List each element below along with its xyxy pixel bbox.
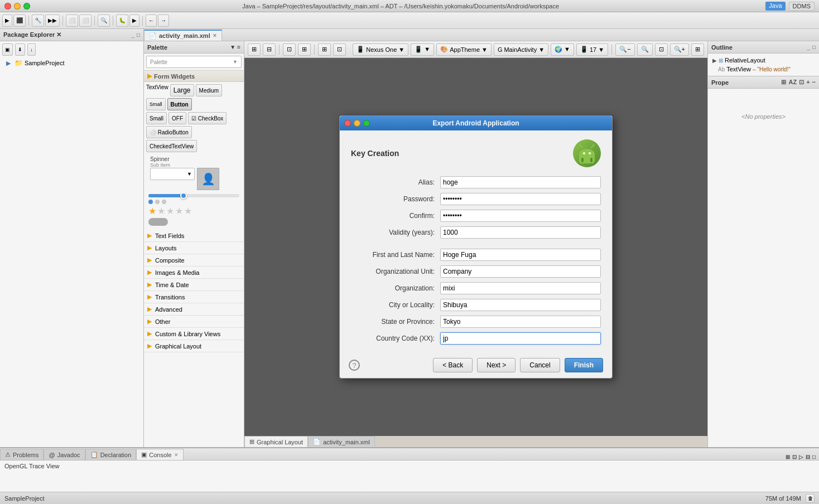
graphical-layout-tab[interactable]: ⊞ Graphical Layout [244, 436, 308, 447]
bottom-action2[interactable]: ⊡ [792, 454, 797, 460]
gc-button[interactable]: 🗑 [806, 494, 815, 503]
editor-tab-main[interactable]: 📄 activity_main.xml ✕ [144, 30, 222, 41]
bottom-tab-javadoc[interactable]: @ Javadoc [44, 449, 85, 460]
editor-btn-4[interactable]: ⊞ [298, 43, 311, 56]
properties-icon1[interactable]: ⊞ [781, 79, 786, 86]
palette-category-custom-library[interactable]: ▶ Custom & Library Views [144, 328, 244, 340]
locale-selector[interactable]: 🌍 ▼ [551, 43, 574, 56]
properties-icon5[interactable]: − [812, 79, 816, 86]
toolbar-btn-run[interactable]: ▶ [129, 14, 139, 27]
ddms-perspective[interactable]: DDMS [789, 2, 815, 11]
cancel-button[interactable]: Cancel [520, 358, 560, 372]
toolbar-btn-1[interactable]: ▶ [2, 14, 12, 27]
dialog-min-btn[interactable] [354, 120, 360, 127]
minimize-button[interactable] [14, 3, 21, 9]
bottom-tab-problems[interactable]: ⚠ Problems [0, 449, 44, 460]
editor-btn-6[interactable]: ⊡ [333, 43, 346, 56]
editor-btn-5[interactable]: ⊞ [318, 43, 331, 56]
xml-tab[interactable]: 📄 activity_main.xml [308, 436, 375, 447]
toolbar-btn-back[interactable]: ← [146, 14, 157, 27]
toolbar-btn-forward[interactable]: → [158, 14, 169, 27]
checkbox-widget-btn[interactable]: ☑ CheckBox [188, 112, 227, 124]
palette-category-text-fields[interactable]: ▶ Text Fields [144, 230, 244, 242]
radio-widget-btn[interactable]: ⚪ RadioButton [146, 126, 192, 138]
zoom-out-btn[interactable]: 🔍− [615, 43, 634, 56]
outline-relative-layout[interactable]: ▶ ⊞ RelativeLayout [710, 56, 817, 65]
project-tree-item[interactable]: ▶ 📁 SampleProject [0, 58, 143, 68]
maximize-panel-btn[interactable]: □ [137, 32, 140, 38]
bottom-action1[interactable]: ⊞ [786, 454, 790, 460]
minimize-panel-btn[interactable]: _ [131, 32, 134, 38]
toolbar-btn-5[interactable]: ⬜ [66, 14, 78, 27]
pkg-toolbar-btn1[interactable]: ▣ [2, 43, 13, 56]
palette-search-box[interactable]: Palette ▼ [146, 56, 242, 68]
dialog-window-controls[interactable] [344, 120, 370, 127]
device-icon-btn[interactable]: 📱 ▼ [411, 43, 434, 56]
window-controls[interactable] [4, 3, 30, 9]
palette-category-images-media[interactable]: ▶ Images & Media [144, 266, 244, 279]
large-widget-btn[interactable]: Large [170, 84, 194, 96]
editor-btn-1[interactable]: ⊞ [248, 43, 261, 56]
small2-widget-btn[interactable]: Small [146, 112, 167, 124]
outline-max-btn[interactable]: □ [812, 44, 816, 50]
zoom-actual-btn[interactable]: ⊞ [691, 43, 704, 56]
dialog-close-btn[interactable] [344, 120, 351, 127]
off-widget-btn[interactable]: OFF [168, 112, 186, 124]
palette-menu-btn[interactable]: ≡ [237, 44, 240, 50]
org-unit-input[interactable] [440, 265, 601, 278]
zoom-in-btn[interactable]: 🔍+ [670, 43, 689, 56]
validity-input[interactable] [440, 226, 601, 239]
dialog-max-btn[interactable] [363, 120, 370, 127]
bottom-action4[interactable]: ⊟ [806, 454, 810, 460]
editor-btn-3[interactable]: ⊡ [283, 43, 296, 56]
finish-button[interactable]: Finish [565, 358, 603, 372]
properties-icon2[interactable]: AZ [788, 79, 797, 86]
bottom-action5[interactable]: □ [812, 454, 816, 460]
medium-widget-btn[interactable]: Medium [196, 84, 223, 96]
help-button[interactable]: ? [349, 360, 360, 371]
outline-min-btn[interactable]: _ [807, 44, 810, 50]
alias-input[interactable] [440, 176, 601, 188]
small-widget-btn[interactable]: Small [146, 98, 166, 110]
nexus-selector[interactable]: 📱 Nexus One ▼ [353, 43, 408, 56]
toolbar-btn-7[interactable]: 🔍 [98, 14, 110, 27]
zoom-fit-btn[interactable]: ⊡ [655, 43, 668, 56]
bottom-action3[interactable]: ▷ [799, 454, 803, 460]
password-input[interactable] [440, 193, 601, 205]
zoom-100-btn[interactable]: 🔍 [637, 43, 653, 56]
maximize-button[interactable] [23, 3, 30, 9]
next-button[interactable]: Next > [477, 358, 516, 372]
toolbar-btn-4[interactable]: ▶▶ [45, 14, 60, 27]
palette-category-time-date[interactable]: ▶ Time & Date [144, 279, 244, 291]
palette-section-form-widgets[interactable]: ▶ Form Widgets [144, 70, 244, 82]
checked-text-widget-btn[interactable]: CheckedTextView [146, 140, 197, 152]
properties-icon3[interactable]: ⊡ [799, 79, 804, 86]
palette-category-transitions[interactable]: ▶ Transitions [144, 291, 244, 303]
palette-category-advanced[interactable]: ▶ Advanced [144, 303, 244, 316]
properties-icon4[interactable]: + [806, 79, 810, 86]
palette-category-graphical-layout[interactable]: ▶ Graphical Layout [144, 340, 244, 352]
bottom-tab-declaration[interactable]: 📋 Declaration [85, 449, 137, 460]
progress-thumb[interactable] [180, 192, 187, 199]
first-last-input[interactable] [440, 249, 601, 261]
toolbar-btn-6[interactable]: ⬜ [79, 14, 91, 27]
org-input[interactable] [440, 282, 601, 294]
java-perspective[interactable]: Java [765, 2, 785, 11]
theme-selector[interactable]: 🎨 AppTheme ▼ [436, 43, 492, 56]
api-selector[interactable]: 📱 17 ▼ [576, 43, 608, 56]
button-widget-btn[interactable]: Button [167, 98, 192, 110]
spinner-control[interactable]: ▼ [150, 168, 195, 190]
country-input[interactable] [440, 332, 601, 345]
pkg-toolbar-btn2[interactable]: ⬇ [15, 43, 25, 56]
toolbar-btn-debug[interactable]: 🐛 [116, 14, 128, 27]
console-tab-close[interactable]: ✕ [174, 452, 179, 458]
city-input[interactable] [440, 299, 601, 311]
toolbar-btn-3[interactable]: 🔧 [32, 14, 44, 27]
editor-tab-close[interactable]: ✕ [213, 33, 217, 38]
back-button[interactable]: < Back [433, 358, 473, 372]
close-button[interactable] [4, 3, 11, 9]
activity-selector[interactable]: G MainActivity ▼ [494, 43, 548, 56]
palette-category-other[interactable]: ▶ Other [144, 316, 244, 328]
palette-category-layouts[interactable]: ▶ Layouts [144, 242, 244, 254]
palette-collapse-btn[interactable]: ▼ [230, 44, 235, 50]
